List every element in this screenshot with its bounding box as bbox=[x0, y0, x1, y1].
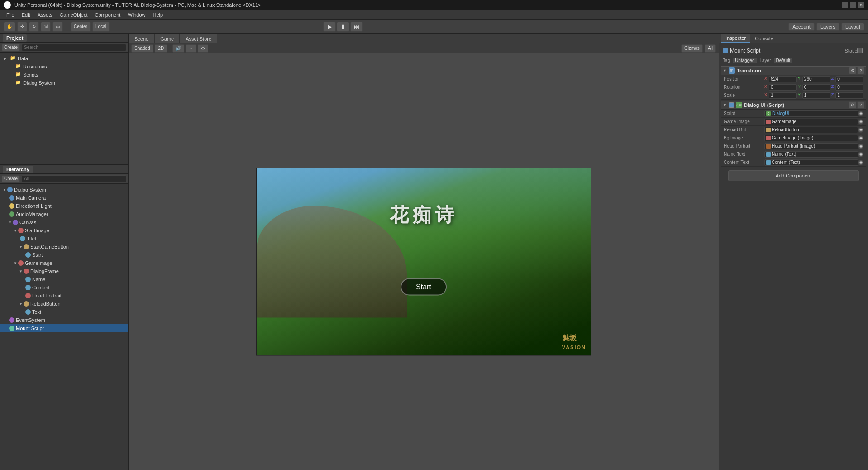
view-options[interactable]: ⚙ bbox=[198, 44, 208, 53]
menu-component[interactable]: Component bbox=[91, 11, 124, 19]
hierarchy-item-game-image[interactable]: ▼ GameImage bbox=[0, 259, 128, 267]
layout-button[interactable]: Layout bbox=[841, 23, 864, 31]
project-item-resources[interactable]: 📁 Resources bbox=[0, 62, 128, 71]
tab-inspector[interactable]: Inspector bbox=[721, 34, 750, 43]
add-component-button[interactable]: Add Component bbox=[728, 170, 859, 181]
hierarchy-item-reload-button[interactable]: ▼ ReloadButton bbox=[0, 300, 128, 308]
menu-gameobject[interactable]: GameObject bbox=[56, 11, 91, 19]
hierarchy-item-content[interactable]: Content bbox=[0, 283, 128, 292]
menu-edit[interactable]: Edit bbox=[18, 11, 34, 19]
tab-hierarchy[interactable]: Hierarchy bbox=[3, 166, 33, 173]
head-portrait-picker[interactable]: ◉ bbox=[858, 144, 863, 149]
menu-assets[interactable]: Assets bbox=[34, 11, 56, 19]
audio-toggle[interactable]: 🔊 bbox=[172, 44, 184, 53]
scale-y[interactable]: 1 bbox=[802, 92, 830, 99]
position-z[interactable]: 0 bbox=[835, 76, 863, 82]
project-item-data[interactable]: ▶ 📁 Data bbox=[0, 54, 128, 62]
tab-game[interactable]: Game bbox=[154, 34, 180, 43]
scale-z[interactable]: 1 bbox=[835, 92, 863, 99]
layers-button[interactable]: Layers bbox=[816, 23, 839, 31]
hierarchy-item-start-game-button[interactable]: ▼ StartGameButton bbox=[0, 243, 128, 251]
position-x[interactable]: 624 bbox=[769, 76, 797, 82]
pause-button[interactable]: ⏸ bbox=[337, 22, 349, 32]
hierarchy-item-dialog-frame[interactable]: ▼ DialogFrame bbox=[0, 267, 128, 275]
window-controls[interactable]: ─ □ ✕ bbox=[842, 2, 864, 8]
content-text-picker[interactable]: ◉ bbox=[858, 160, 863, 165]
component-help-btn[interactable]: ? bbox=[857, 67, 864, 74]
step-button[interactable]: ⏭ bbox=[350, 22, 363, 32]
transform-component-header[interactable]: ▼ ⊞ Transform ⚙ ? bbox=[721, 66, 866, 75]
script-picker-btn[interactable]: ◉ bbox=[858, 111, 863, 116]
dialog-ui-component-header[interactable]: ▼ C# Dialog UI (Script) ⚙ ? bbox=[721, 101, 866, 110]
menu-window[interactable]: Window bbox=[124, 11, 149, 19]
layer-value[interactable]: Default bbox=[774, 58, 793, 63]
hierarchy-item-start[interactable]: Start bbox=[0, 251, 128, 259]
game-image-ref[interactable]: GameImage bbox=[764, 119, 858, 125]
hierarchy-item-audio-manager[interactable]: AudioManager bbox=[0, 210, 128, 218]
object-enabled-checkbox[interactable] bbox=[723, 48, 728, 53]
dimension-button[interactable]: 2D bbox=[155, 44, 167, 53]
tab-console[interactable]: Console bbox=[750, 34, 777, 43]
hierarchy-item-directional-light[interactable]: Directional Light bbox=[0, 202, 128, 210]
reload-but-ref[interactable]: ReloadButton bbox=[764, 127, 858, 133]
content-text-ref[interactable]: Content (Text) bbox=[764, 159, 858, 166]
project-item-scripts[interactable]: 📁 Scripts bbox=[0, 71, 128, 79]
gizmos-button[interactable]: Gizmos bbox=[681, 44, 703, 53]
dialog-ui-settings-btn[interactable]: ⚙ bbox=[849, 101, 856, 109]
static-checkbox[interactable] bbox=[857, 48, 863, 53]
hierarchy-item-start-image[interactable]: ▼ StartImage bbox=[0, 226, 128, 235]
rotation-y[interactable]: 0 bbox=[802, 84, 830, 91]
tab-scene[interactable]: Scene bbox=[129, 34, 154, 43]
move-tool[interactable]: ✛ bbox=[17, 22, 27, 32]
project-search[interactable] bbox=[22, 44, 126, 51]
bg-image-picker[interactable]: ◉ bbox=[858, 135, 863, 141]
hierarchy-item-event-system[interactable]: EventSystem bbox=[0, 316, 128, 324]
hierarchy-item-mount-script[interactable]: Mount Script bbox=[0, 324, 128, 332]
hierarchy-item-main-camera[interactable]: Main Camera bbox=[0, 194, 128, 202]
create-button[interactable]: Create bbox=[2, 44, 20, 51]
account-button[interactable]: Account bbox=[788, 23, 815, 31]
reload-but-picker[interactable]: ◉ bbox=[858, 127, 863, 133]
menu-file[interactable]: File bbox=[3, 11, 18, 19]
scale-x[interactable]: 1 bbox=[769, 92, 797, 99]
close-button[interactable]: ✕ bbox=[858, 2, 864, 8]
tag-value[interactable]: Untagged bbox=[733, 58, 757, 63]
hierarchy-item-text[interactable]: Text bbox=[0, 308, 128, 316]
hierarchy-item-titel[interactable]: Titel bbox=[0, 235, 128, 243]
tab-asset-store[interactable]: Asset Store bbox=[180, 34, 217, 43]
fx-toggle[interactable]: ✦ bbox=[186, 44, 196, 53]
scale-tool[interactable]: ⇲ bbox=[41, 22, 51, 32]
name-text-ref[interactable]: Name (Text) bbox=[764, 151, 858, 158]
name-text-picker[interactable]: ◉ bbox=[858, 152, 863, 157]
dialog-ui-enabled[interactable] bbox=[729, 102, 734, 108]
component-settings-btn[interactable]: ⚙ bbox=[849, 67, 856, 74]
play-button[interactable]: ▶ bbox=[323, 22, 336, 32]
minimize-button[interactable]: ─ bbox=[842, 2, 848, 8]
hand-tool[interactable]: ✋ bbox=[4, 22, 15, 32]
hierarchy-search[interactable] bbox=[22, 175, 126, 182]
maximize-button[interactable]: □ bbox=[850, 2, 856, 8]
project-item-dialog-system[interactable]: 📁 Dialog System bbox=[0, 79, 128, 87]
rect-tool[interactable]: ▭ bbox=[52, 22, 63, 32]
shading-mode-button[interactable]: Shaded bbox=[131, 44, 153, 53]
position-y[interactable]: 260 bbox=[802, 76, 830, 82]
head-portrait-ref[interactable]: Head Portrait (Image) bbox=[764, 143, 858, 149]
bg-image-ref[interactable]: GameImage (Image) bbox=[764, 135, 858, 141]
hierarchy-item-head-portrait[interactable]: Head Portrait bbox=[0, 292, 128, 300]
rotation-x[interactable]: 0 bbox=[769, 84, 797, 91]
rotation-z[interactable]: 0 bbox=[835, 84, 863, 91]
pivot-toggle[interactable]: Center bbox=[71, 22, 91, 32]
tab-project[interactable]: Project bbox=[3, 34, 27, 42]
hierarchy-item-scene[interactable]: ▼ Dialog System bbox=[0, 186, 128, 194]
hierarchy-item-name[interactable]: Name bbox=[0, 275, 128, 283]
game-start-button[interactable]: Start bbox=[401, 278, 447, 295]
script-field-value[interactable]: C DialogUI bbox=[764, 110, 858, 117]
dialog-ui-help-btn[interactable]: ? bbox=[857, 101, 864, 109]
menu-help[interactable]: Help bbox=[149, 11, 167, 19]
hierarchy-item-canvas[interactable]: ▼ Canvas bbox=[0, 218, 128, 226]
hierarchy-create-button[interactable]: Create bbox=[2, 175, 20, 182]
space-toggle[interactable]: Local bbox=[92, 22, 110, 32]
game-image-picker[interactable]: ◉ bbox=[858, 119, 863, 125]
scene-filter[interactable]: All bbox=[705, 44, 716, 53]
rotate-tool[interactable]: ↻ bbox=[29, 22, 39, 32]
